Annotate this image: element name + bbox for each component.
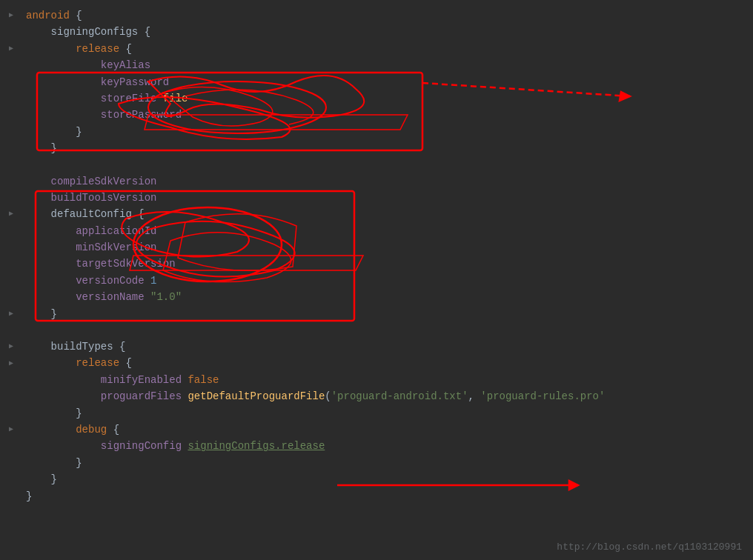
gutter-26: ▶: [0, 424, 22, 436]
footer-url: http://blog.csdn.net/q1103120991: [557, 541, 742, 553]
line-9: }: [0, 140, 753, 156]
url-text: http://blog.csdn.net/q1103120991: [557, 541, 742, 553]
code-line-9: }: [22, 140, 57, 156]
line-30: }: [0, 488, 753, 504]
line-6: storeFile file: [0, 90, 753, 107]
line-11: compileSdkVersion: [0, 173, 753, 190]
line-19: ▶ }: [0, 306, 753, 322]
code-line-8: }: [22, 124, 82, 140]
line-27: signingConfig signingConfigs.release: [0, 438, 753, 454]
line-4: keyAlias: [0, 57, 753, 73]
line-26: ▶ debug {: [0, 421, 753, 438]
line-29: }: [0, 471, 753, 487]
code-line-21: buildTypes {: [22, 339, 125, 355]
code-line-22: release {: [22, 355, 132, 371]
code-line-5: keyPassword: [22, 74, 169, 90]
code-line-23: minifyEnabled false: [22, 372, 219, 388]
code-line-18: versionName "1.0": [22, 289, 182, 305]
line-7: storePassword: [0, 107, 753, 123]
code-line-6: storeFile file: [22, 90, 188, 107]
code-line-4: keyAlias: [22, 57, 150, 73]
code-line-17: versionCode 1: [22, 273, 156, 289]
code-line-11: compileSdkVersion: [22, 173, 156, 190]
gutter-13: ▶: [0, 208, 22, 220]
line-10: [0, 157, 753, 173]
code-line-29: }: [22, 471, 57, 487]
code-editor: ▶android { signingConfigs {▶ release { k…: [0, 0, 753, 512]
line-21: ▶ buildTypes {: [0, 339, 753, 355]
line-15: minSdkVersion: [0, 239, 753, 256]
code-line-25: }: [22, 405, 82, 421]
code-line-13: defaultConfig {: [22, 206, 145, 222]
line-17: versionCode 1: [0, 273, 753, 289]
line-8: }: [0, 124, 753, 140]
code-line-7: storePassword: [22, 107, 182, 123]
line-20: [0, 322, 753, 339]
code-line-14: applicationId: [22, 223, 156, 239]
line-12: buildToolsVersion: [0, 190, 753, 206]
line-14: applicationId: [0, 223, 753, 239]
line-2: signingConfigs {: [0, 24, 753, 40]
gutter-22: ▶: [0, 358, 22, 370]
line-18: versionName "1.0": [0, 289, 753, 305]
line-28: }: [0, 455, 753, 471]
code-line-27: signingConfig signingConfigs.release: [22, 438, 325, 454]
line-16: targetSdkVersion: [0, 256, 753, 272]
line-5: keyPassword: [0, 74, 753, 90]
code-line-16: targetSdkVersion: [22, 256, 176, 272]
gutter-3: ▶: [0, 43, 22, 55]
code-line-24: proguardFiles getDefaultProguardFile('pr…: [22, 388, 605, 404]
gutter-19: ▶: [0, 308, 22, 320]
code-line-12: buildToolsVersion: [22, 190, 156, 206]
line-3: ▶ release {: [0, 41, 753, 57]
code-line-2: signingConfigs {: [22, 24, 150, 40]
line-22: ▶ release {: [0, 355, 753, 371]
line-1: ▶android {: [0, 7, 753, 24]
line-13: ▶ defaultConfig {: [0, 206, 753, 222]
code-line-3: release {: [22, 41, 132, 57]
gutter-21: ▶: [0, 341, 22, 353]
gutter-1: ▶: [0, 10, 22, 21]
code-line-26: debug {: [22, 421, 119, 438]
code-line-28: }: [22, 455, 82, 471]
code-line-15: minSdkVersion: [22, 239, 156, 256]
line-24: proguardFiles getDefaultProguardFile('pr…: [0, 388, 753, 404]
line-25: }: [0, 405, 753, 421]
code-line-1: android {: [22, 7, 82, 24]
code-line-19: }: [22, 306, 57, 322]
code-line-30: }: [22, 488, 32, 504]
line-23: minifyEnabled false: [0, 372, 753, 388]
